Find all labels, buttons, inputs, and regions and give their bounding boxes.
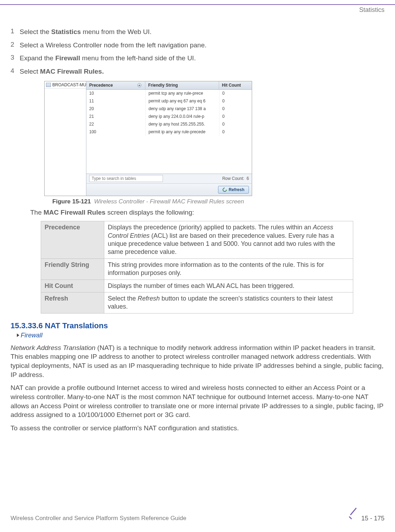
footer-guide-title: Wireless Controller and Service Platform… — [11, 515, 186, 522]
def-term: Precedence — [41, 221, 104, 259]
table-header: Precedence Friendly String Hit Count — [86, 81, 252, 90]
step-number: 3 — [11, 54, 20, 63]
step-2: 2 Select a Wireless Controller node from… — [11, 41, 384, 50]
body-para-1: Network Address Translation (NAT) is a t… — [11, 343, 384, 379]
def-row-refresh: Refresh Select the Refresh button to upd… — [41, 292, 353, 313]
col-friendly-string[interactable]: Friendly String — [145, 81, 219, 89]
def-term: Friendly String — [41, 258, 104, 280]
def-desc: This string provides more information as… — [104, 258, 353, 280]
def-row-precedence: Precedence Displays the precedence (prio… — [41, 221, 353, 259]
table-row[interactable]: 22deny ip any host 255.255.255.0 — [86, 121, 252, 128]
def-row-friendly-string: Friendly String This string provides mor… — [41, 258, 353, 280]
step-3: 3 Expand the Firewall menu from the left… — [11, 54, 384, 63]
table-row[interactable]: 10permit tcp any any rule-prece0 — [86, 90, 252, 97]
step-list: 1 Select the Statistics menu from the We… — [11, 27, 384, 76]
refresh-icon — [222, 187, 228, 193]
breadcrumb-link[interactable]: Firewall — [21, 332, 42, 339]
step-number: 4 — [11, 67, 20, 76]
body-para-2: NAT can provide a profile outbound Inter… — [11, 383, 384, 419]
def-row-hit-count: Hit Count Displays the number of times e… — [41, 280, 353, 292]
col-precedence[interactable]: Precedence — [86, 81, 145, 89]
breadcrumb: Firewall — [17, 332, 384, 339]
table-footer: Refresh — [86, 183, 252, 196]
step-1: 1 Select the Statistics menu from the We… — [11, 27, 384, 36]
table-row[interactable]: 20deny udp any range 137 138 a0 — [86, 105, 252, 113]
table-body: 10permit tcp any any rule-prece0 11permi… — [86, 90, 252, 174]
step-number: 1 — [11, 27, 20, 36]
tree-item[interactable]: BROADCAST-MULTIC — [45, 81, 86, 89]
table-search-bar: Row Count: 6 — [86, 174, 252, 183]
figure-window: BROADCAST-MULTIC Precedence Friendly Str… — [44, 81, 252, 196]
arrow-right-icon — [17, 334, 19, 337]
intro-paragraph: The MAC Firewall Rules screen displays t… — [30, 208, 384, 217]
page-footer: Wireless Controller and Service Platform… — [11, 513, 384, 524]
step-text: Select the Statistics menu from the Web … — [20, 27, 384, 36]
step-4: 4 Select MAC Firewall Rules. — [11, 67, 384, 76]
folder-icon — [46, 83, 51, 87]
checkmark-icon — [347, 513, 359, 524]
step-text: Select a Wireless Controller node from t… — [20, 41, 384, 50]
def-desc: Select the Refresh button to update the … — [104, 292, 353, 313]
col-hit-count[interactable]: Hit Count — [219, 81, 252, 89]
figure-tree: BROADCAST-MULTIC — [45, 81, 86, 196]
table-row[interactable]: 11permit udp any eq 67 any eq 60 — [86, 97, 252, 105]
def-term: Refresh — [41, 292, 104, 313]
def-desc: Displays the number of times each WLAN A… — [104, 280, 353, 292]
search-input[interactable] — [89, 175, 163, 182]
body-para-3: To assess the controller or service plat… — [11, 424, 384, 433]
refresh-button[interactable]: Refresh — [218, 186, 249, 194]
header-category: Statistics — [359, 6, 384, 14]
row-count: Row Count: 6 — [222, 176, 249, 181]
tree-item-label: BROADCAST-MULTIC — [52, 82, 86, 87]
figure-caption: Figure 15-121 Wireless Controller - Fire… — [44, 198, 252, 205]
table-row[interactable]: 21deny ip any 224.0.0.0/4 rule-p0 — [86, 113, 252, 121]
figure-table: Precedence Friendly String Hit Count 10p… — [86, 81, 252, 196]
figure: BROADCAST-MULTIC Precedence Friendly Str… — [44, 81, 252, 205]
page-content: 1 Select the Statistics menu from the We… — [11, 27, 384, 437]
definition-table: Precedence Displays the precedence (prio… — [41, 221, 353, 314]
header-rule — [0, 4, 395, 5]
section-heading: 15.3.33.6 NAT Translations — [11, 321, 384, 330]
sort-asc-icon — [137, 83, 141, 87]
def-term: Hit Count — [41, 280, 104, 292]
step-text: Expand the Firewall menu from the left-h… — [20, 54, 384, 63]
step-text: Select MAC Firewall Rules. — [20, 67, 384, 76]
table-row[interactable]: 100permit ip any any rule-precede0 — [86, 128, 252, 136]
step-number: 2 — [11, 41, 20, 50]
def-desc: Displays the precedence (priority) appli… — [104, 221, 353, 259]
page-number: 15 - 175 — [361, 515, 384, 522]
